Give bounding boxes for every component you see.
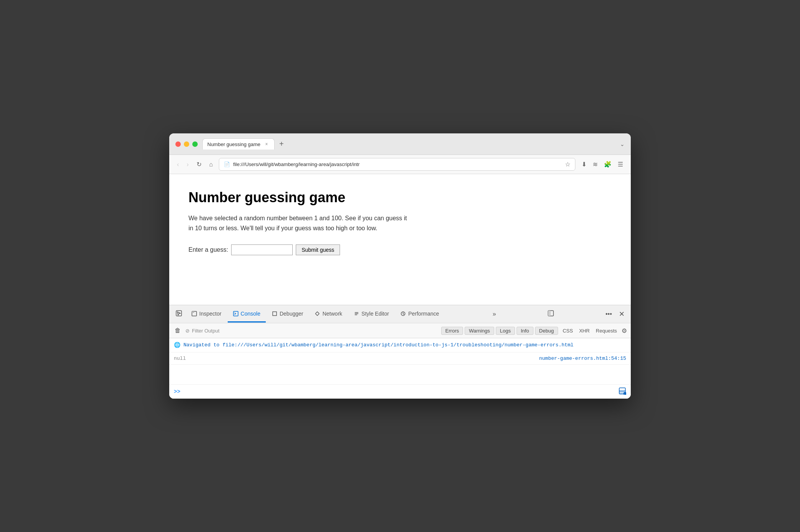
filter-info[interactable]: Info [517,327,533,335]
console-toolbar: 🗑 ⊘ Filter Output Errors Warnings Logs I… [169,323,631,338]
reload-button[interactable]: ↻ [195,159,203,170]
tab-debugger[interactable]: Debugger [267,306,309,323]
home-icon: ⌂ [209,161,213,168]
tab-performance-label: Performance [408,311,439,317]
tab-style-editor-label: Style Editor [362,311,389,317]
devtools-overflow-button[interactable]: » [490,308,499,321]
tab-style-editor[interactable]: Style Editor [348,306,395,323]
tab-debugger-label: Debugger [280,311,303,317]
console-input-bar: >> i [169,384,631,399]
download-button[interactable]: ⬇ [580,159,588,170]
svg-marker-4 [273,312,277,316]
devtools-cursor-tool[interactable] [172,305,185,323]
tab-title: Number guessing game [207,141,260,147]
guess-label: Enter a guess: [188,246,228,253]
close-button[interactable] [175,141,181,147]
filter-requests[interactable]: Requests [594,327,618,334]
title-bar: Number guessing game × + ⌄ [169,133,631,155]
nav-bar: ‹ › ↻ ⌂ 📄 file:///Users/will/git/wbamber… [169,155,631,174]
console-settings-button[interactable]: ⚙ [622,327,627,334]
submit-guess-button[interactable]: Submit guess [296,244,340,255]
tab-bar: Number guessing game × + ⌄ [202,138,625,150]
address-bar[interactable]: 📄 file:///Users/will/git/wbamberg/learni… [219,158,575,171]
tab-performance[interactable]: Performance [395,306,444,323]
forward-icon: › [187,161,188,168]
filter-badges: Errors Warnings Logs Info Debug [441,327,558,335]
svg-text:i: i [625,393,625,395]
devtools-panel: Inspector Console Debugger [169,305,631,399]
console-chevron: >> [174,389,180,395]
tab-inspector[interactable]: Inspector [186,306,227,323]
console-nav-message: 🌐 Navigated to file:///Users/will/git/wb… [169,338,631,352]
more-button[interactable]: ••• [602,308,615,321]
filter-debug[interactable]: Debug [535,327,558,335]
page-icon: 📄 [224,161,230,167]
page-content: Number guessing game We have selected a … [169,174,631,305]
browser-window: Number guessing game × + ⌄ ‹ › ↻ ⌂ 📄 fil… [169,133,631,399]
home-button[interactable]: ⌂ [208,160,215,170]
filter-css[interactable]: CSS [561,327,575,334]
page-description: We have selected a random number between… [188,213,412,233]
reload-icon: ↻ [197,161,202,168]
address-text: file:///Users/will/git/wbamberg/learning… [233,161,360,167]
filter-xhr[interactable]: XHR [578,327,591,334]
console-source-link[interactable]: number-game-errors.html:54:15 [539,356,626,361]
filter-errors[interactable]: Errors [441,327,463,335]
clear-console-button[interactable]: 🗑 [173,326,182,336]
maximize-button[interactable] [192,141,198,147]
browser-tab[interactable]: Number guessing game × [202,138,275,150]
forward-button[interactable]: › [185,160,190,170]
right-filters: CSS XHR Requests [561,327,618,334]
extensions-button[interactable]: 🧩 [602,159,613,170]
back-button[interactable]: ‹ [175,160,180,170]
filter-warnings[interactable]: Warnings [465,327,494,335]
traffic-lights [175,141,198,147]
new-tab-button[interactable]: + [276,138,287,150]
console-output: 🌐 Navigated to file:///Users/will/git/wb… [169,338,631,384]
filter-logs[interactable]: Logs [496,327,515,335]
tab-network[interactable]: Network [309,306,347,323]
guess-form: Enter a guess: Submit guess [188,244,612,255]
svg-rect-2 [192,311,194,313]
filter-icon: ⊘ [185,328,190,334]
tab-network-label: Network [322,311,342,317]
devtools-close-button[interactable]: ✕ [616,307,628,321]
tab-console-label: Console [241,311,260,317]
back-icon: ‹ [177,161,179,168]
guess-input[interactable] [231,244,293,255]
tab-close-button[interactable]: × [263,141,270,147]
console-null-text: null [174,356,186,361]
nav-right-buttons: ⬇ ≋ 🧩 ☰ [580,159,625,170]
tab-overflow-button[interactable]: ⌄ [620,141,625,147]
split-console-icon[interactable]: i [618,387,626,396]
globe-icon: 🌐 [174,342,180,348]
filter-output-area[interactable]: ⊘ Filter Output [185,328,438,334]
tab-console[interactable]: Console [228,306,266,323]
filter-placeholder: Filter Output [192,328,220,334]
svg-rect-7 [548,311,551,316]
dock-button[interactable] [544,307,557,321]
feed-button[interactable]: ≋ [591,159,599,170]
console-nav-text: Navigated to file:///Users/will/git/wbam… [183,341,626,349]
menu-button[interactable]: ☰ [616,159,625,170]
devtools-tab-bar: Inspector Console Debugger [169,305,631,323]
console-null-message: null number-game-errors.html:54:15 [169,352,631,365]
bookmark-icon[interactable]: ☆ [565,161,570,168]
tab-inspector-label: Inspector [199,311,222,317]
page-title: Number guessing game [188,190,612,206]
minimize-button[interactable] [184,141,189,147]
